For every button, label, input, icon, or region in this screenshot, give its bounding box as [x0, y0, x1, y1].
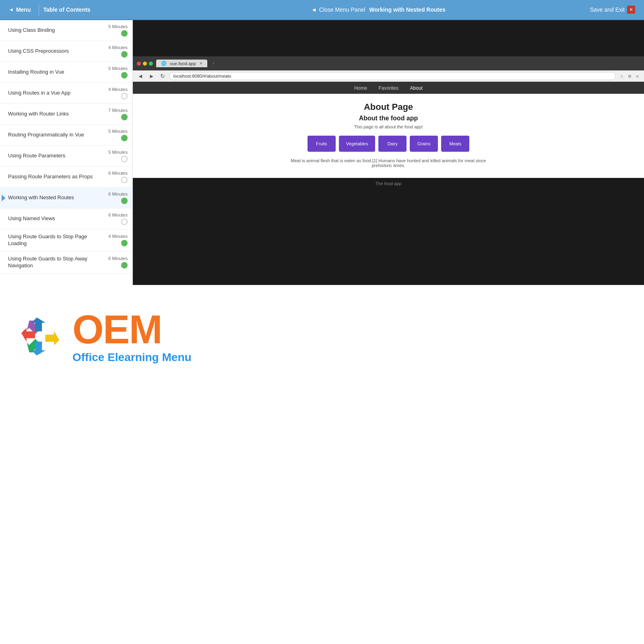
tab-favicon: 🌐 — [161, 61, 167, 66]
menu-button[interactable]: ◄ Menu — [5, 5, 35, 14]
sidebar-item-installing-routing[interactable]: Installing Routing in Vue 5 Minutes — [0, 62, 132, 83]
food-btn-dairy[interactable]: Dairy — [378, 136, 407, 152]
footer-text: The food app — [376, 181, 402, 186]
main-content: Using Class Binding 5 Minutes Using CSS … — [0, 19, 644, 285]
current-marker — [2, 195, 6, 201]
sidebar-item-label: Using Routes in a Vue App — [8, 90, 95, 97]
item-minutes: 5 Minutes — [95, 66, 128, 71]
sidebar-item-routing-programmatically[interactable]: Routing Programmatically in Vue 5 Minute… — [0, 125, 132, 146]
close-x-icon: ✕ — [627, 6, 635, 14]
extensions-icon: ⚙ — [626, 73, 633, 79]
nav-about[interactable]: About — [410, 85, 422, 91]
food-btn-vegetables[interactable]: Vegetables — [339, 136, 375, 152]
item-minutes: 4 Minutes — [95, 234, 128, 239]
menu-icon: ≡ — [634, 73, 641, 79]
sidebar-item-using-css-preprocessors[interactable]: Using CSS Preprocessors 4 Minutes — [0, 41, 132, 62]
food-btn-fruits[interactable]: Fruits — [308, 136, 336, 152]
item-minutes: 6 Minutes — [95, 256, 128, 261]
sidebar: Using Class Binding 5 Minutes Using CSS … — [0, 20, 133, 285]
close-menu-button[interactable]: ◄ Close Menu Panel — [307, 5, 369, 14]
sidebar-item-label: Passing Route Parameters as Props — [8, 173, 95, 180]
sidebar-item-passing-route-parameters[interactable]: Passing Route Parameters as Props 6 Minu… — [0, 167, 132, 188]
item-meta: 6 Minutes — [95, 256, 128, 268]
sidebar-item-using-named-views[interactable]: Using Named Views 6 Minutes — [0, 208, 132, 229]
page-body-text: Meat is animal flesh that is eaten as fo… — [284, 158, 493, 168]
item-minutes: 4 Minutes — [95, 45, 128, 50]
bookmark-icon: ☆ — [618, 73, 625, 79]
completion-dot — [121, 198, 128, 204]
food-buttons-container: Fruits Vegetables Dairy Grains Meats — [141, 136, 636, 152]
oem-arrows-logo — [16, 312, 64, 361]
item-meta: 5 Minutes — [95, 129, 128, 141]
item-meta: 5 Minutes — [95, 150, 128, 162]
sidebar-item-route-guards-away-navigation[interactable]: Using Route Guards to Stop Away Navigati… — [0, 252, 132, 274]
sidebar-item-working-router-links[interactable]: Working with Router Links 7 Minutes — [0, 104, 132, 125]
preview-area: 🌐 vue-food-app ✕ + ◄ ► ↻ localhost:8080/… — [133, 20, 644, 285]
item-meta: 4 Minutes — [95, 87, 128, 99]
tab-close-icon[interactable]: ✕ — [199, 61, 202, 66]
browser-tab[interactable]: 🌐 vue-food-app ✕ — [156, 60, 207, 67]
sidebar-item-route-guards-page-loading[interactable]: Using Route Guards to Stop Page Loading … — [0, 229, 132, 252]
food-btn-grains[interactable]: Grains — [410, 136, 438, 152]
completion-dot — [121, 240, 128, 246]
sidebar-item-label: Installing Routing in Vue — [8, 69, 95, 76]
item-minutes: 4 Minutes — [95, 87, 128, 92]
browser-close-dot — [137, 62, 141, 66]
item-minutes: 6 Minutes — [95, 213, 128, 217]
sidebar-item-label: Using CSS Preprocessors — [8, 48, 95, 55]
food-btn-meats[interactable]: Meats — [441, 136, 469, 152]
oem-text-block: OEM Office Elearning Menu — [72, 309, 192, 364]
completion-dot — [121, 262, 128, 268]
close-menu-arrow: ◄ — [311, 6, 317, 13]
completion-dot — [121, 135, 128, 141]
item-meta: 7 Minutes — [95, 108, 128, 120]
completion-dot — [121, 114, 128, 120]
completion-dot — [121, 156, 128, 162]
menu-label: Menu — [16, 6, 31, 13]
browser-back-button[interactable]: ◄ — [136, 72, 145, 80]
item-meta: 6 Minutes — [95, 192, 128, 204]
sidebar-item-label: Working with Router Links — [8, 111, 95, 118]
sidebar-item-using-route-parameters[interactable]: Using Route Parameters 5 Minutes — [0, 146, 132, 167]
completion-dot — [121, 51, 128, 58]
sidebar-item-using-routes[interactable]: Using Routes in a Vue App 4 Minutes — [0, 83, 132, 104]
menu-arrow-icon: ◄ — [9, 7, 14, 12]
sidebar-item-label: Using Named Views — [8, 215, 95, 222]
item-meta: 6 Minutes — [95, 213, 128, 225]
sidebar-item-label: Working with Nested Routes — [8, 194, 95, 201]
save-exit-label: Save and Exit — [590, 6, 625, 13]
browser-window-controls — [137, 62, 153, 66]
header-divider — [39, 4, 39, 15]
sidebar-item-label: Using Class Binding — [8, 27, 95, 34]
tab-title: vue-food-app — [170, 61, 196, 66]
sidebar-item-using-class-binding[interactable]: Using Class Binding 5 Minutes — [0, 20, 132, 41]
item-meta: 6 Minutes — [95, 171, 128, 183]
app-navbar: Home Favorites About — [133, 82, 644, 94]
preview-top-strip — [133, 20, 644, 56]
page-title: About Page — [141, 102, 636, 112]
browser-refresh-button[interactable]: ↻ — [159, 72, 167, 80]
sidebar-item-label: Routing Programmatically in Vue — [8, 132, 95, 138]
sidebar-item-working-nested-routes[interactable]: Working with Nested Routes 6 Minutes — [0, 188, 132, 208]
new-tab-button[interactable]: + — [212, 61, 215, 66]
browser-forward-button[interactable]: ► — [147, 72, 156, 80]
close-menu-label: Close Menu Panel — [319, 6, 365, 13]
item-minutes: 5 Minutes — [95, 24, 128, 29]
nav-favorites[interactable]: Favorites — [379, 85, 398, 91]
completion-dot — [121, 177, 128, 183]
item-meta: 5 Minutes — [95, 24, 128, 37]
item-minutes: 6 Minutes — [95, 192, 128, 196]
preview-bottom-strip — [133, 189, 644, 285]
page-subtitle: About the food app — [141, 115, 636, 122]
browser-maximize-dot — [149, 62, 153, 66]
browser-address-bar[interactable]: localhost:8080/#/about/meats — [169, 72, 616, 80]
nav-home[interactable]: Home — [354, 85, 367, 91]
item-meta: 4 Minutes — [95, 45, 128, 58]
save-exit-button[interactable]: Save and Exit ✕ — [586, 4, 639, 15]
item-minutes: 5 Minutes — [95, 150, 128, 155]
completion-dot — [121, 93, 128, 99]
browser-nav-bar: ◄ ► ↻ localhost:8080/#/about/meats ☆ ⚙ ≡ — [133, 70, 644, 82]
browser-nav-icons: ☆ ⚙ ≡ — [618, 73, 641, 79]
toc-label: Table of Contents — [43, 6, 90, 13]
sidebar-item-label: Using Route Parameters — [8, 153, 95, 159]
